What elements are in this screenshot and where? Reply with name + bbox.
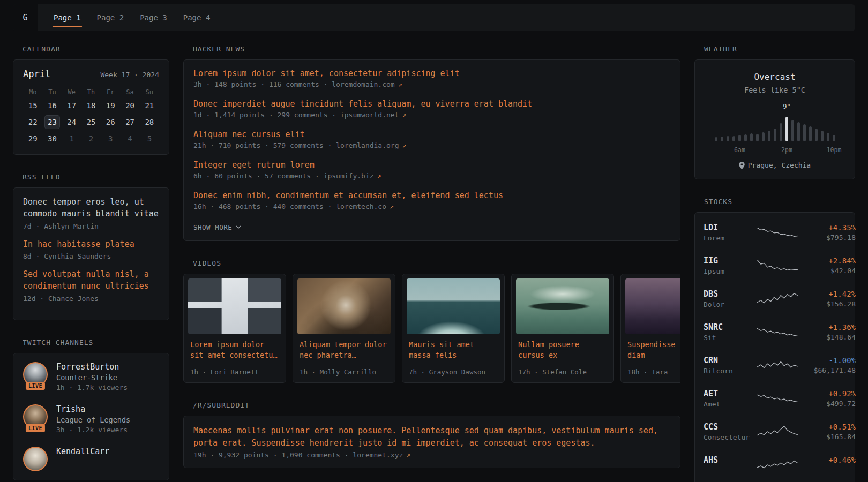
hackernews-item-title[interactable]: Aliquam nec cursus elit [193,130,670,139]
stock-name: Amet [704,400,756,408]
calendar-day: 17 [64,99,79,112]
video-card[interactable]: Lorem ipsum dolor sit amet consectetu… 1… [183,274,286,383]
hackernews-item-meta: 1d · 1,414 points · 299 comments · ipsum… [193,111,670,119]
video-card[interactable]: Mauris sit amet massa felis 7h · Grayson… [402,274,505,383]
hackernews-item-title[interactable]: Donec enim nibh, condimentum et accumsan… [193,191,670,200]
external-link-icon[interactable]: ↗ [406,451,410,459]
video-thumbnail[interactable] [407,278,500,334]
twitch-channel-row[interactable]: LIVE KendallCarr [23,447,159,471]
stock-sparkline [756,391,799,406]
weather-current-temp: 9° [783,103,790,110]
calendar-days-grid: 15 16 17 18 19 20 21 [23,99,159,146]
twitch-channel-row[interactable]: LIVE ForrestBurton Counter-Strike 1h · 1… [23,362,159,391]
hackernews-item-title[interactable]: Donec imperdiet augue tincidunt felis al… [193,99,670,109]
video-meta: 18h · Tara [625,368,680,378]
weather-time-label: 10pm [827,146,842,154]
twitch-channel-game: League of Legends [56,416,130,424]
stock-row[interactable]: DBS Dolor +1.42% $156.28 [704,282,846,315]
video-title[interactable]: Suspendisse porta diam [625,340,680,360]
twitch-channel-row[interactable]: LIVE Trisha League of Legends 3h · 1.2k … [23,404,159,434]
hackernews-item-title[interactable]: Integer eget rutrum lorem [193,160,670,170]
external-link-icon[interactable]: ↗ [377,172,381,180]
stock-sparkline [756,325,799,340]
stock-row[interactable]: AET Amet +0.92% $499.72 [704,382,846,415]
weather-bar [785,117,788,141]
weather-bar [827,133,829,141]
twitch-channel-name[interactable]: ForrestBurton [56,362,128,372]
rss-widget: Donec tempor eros leo, ut commodo mauris… [13,187,169,320]
calendar-day: 1 [64,132,79,146]
video-title[interactable]: Mauris sit amet massa felis [407,340,500,360]
video-title[interactable]: Nullam posuere cursus ex [516,340,609,360]
video-thumbnail[interactable] [297,278,391,334]
hackernews-list: Lorem ipsum dolor sit amet, consectetur … [193,69,670,210]
video-meta: 1h · Lori Barnett [188,368,281,378]
calendar-day-header: Sa [120,86,139,99]
rss-item-meta-text: 12d · Chance Jones [23,295,99,303]
weather-bar [791,120,794,141]
stock-name: Consectetur [704,433,756,441]
hackernews-item-meta: 3h · 148 points · 116 comments · loremdo… [193,80,670,88]
stock-change: +0.46% [799,456,856,464]
hackernews-item: Donec imperdiet augue tincidunt felis al… [193,99,670,119]
rss-item-title[interactable]: Donec tempor eros leo, ut commodo mauris… [23,197,159,220]
weather-bar [768,131,770,141]
twitch-avatar-wrap: LIVE [23,404,48,429]
video-thumbnail[interactable] [625,278,680,334]
stock-row[interactable]: LDI Lorem +4.35% $795.18 [704,216,846,249]
page-tab[interactable]: Page 2 [96,4,125,31]
twitch-channel-name[interactable]: Trisha [56,404,130,414]
weather-time-label: 2pm [781,146,792,154]
rss-item-title[interactable]: In hac habitasse platea [23,239,159,251]
hackernews-item-title[interactable]: Lorem ipsum dolor sit amet, consectetur … [193,69,670,78]
twitch-channel-game: Counter-Strike [56,373,128,382]
stock-values: -1.00% $66,171.48 [799,356,856,374]
rss-item-meta-text: 7d · Ashlyn Martin [23,222,99,230]
stock-ticker: CRN [704,356,756,365]
weather-bar [721,137,723,141]
app-logo[interactable]: G [13,4,38,31]
video-card[interactable]: Aliquam tempor dolor nec pharetra… 1h · … [293,274,395,383]
page-tab[interactable]: Page 4 [182,4,212,31]
calendar-day-header: Tu [42,86,62,99]
stock-change: -1.00% [799,356,856,365]
live-badge: LIVE [26,382,45,390]
page-tab[interactable]: Page 1 [53,4,82,31]
rss-item-title[interactable]: Sed volutpat nulla nisl, a condimentum n… [23,269,159,292]
stock-row[interactable]: CCS Consectetur +0.51% $165.84 [704,415,846,448]
video-title[interactable]: Aliquam tempor dolor nec pharetra… [297,340,391,360]
external-link-icon[interactable]: ↗ [402,141,407,149]
stock-row[interactable]: IIG Ipsum +2.84% $42.04 [704,249,846,282]
videos-section: Videos Lorem ipsum dolor sit amet consec… [183,259,680,383]
twitch-avatar-wrap: LIVE [23,447,48,471]
hackernews-item-meta: 21h · 710 points · 579 comments · loreml… [193,141,670,149]
stock-row[interactable]: CRN Bitcorn -1.00% $66,171.48 [704,349,846,382]
twitch-channel-name[interactable]: KendallCarr [56,447,109,456]
stock-identity: DBS Dolor [704,289,756,308]
stock-row[interactable]: SNRC Sit +1.36% $148.64 [704,315,846,349]
stock-name: Dolor [704,300,756,308]
avatar[interactable] [23,447,48,471]
external-link-icon[interactable]: ↗ [398,80,402,88]
stock-values: +4.35% $795.18 [799,223,856,242]
external-link-icon[interactable]: ↗ [390,202,394,210]
page-tab[interactable]: Page 3 [139,4,168,31]
video-card[interactable]: Nullam posuere cursus ex 17h · Stefan Co… [511,274,614,383]
stock-sparkline [756,291,799,306]
video-thumbnail[interactable] [516,278,609,334]
stock-name: Lorem [704,234,756,242]
reddit-item-title[interactable]: Maecenas mollis pulvinar erat non posuer… [193,425,670,449]
video-title[interactable]: Lorem ipsum dolor sit amet consectetu… [188,340,281,360]
section-title-twitch: Twitch Channels [23,338,169,347]
rss-item-meta: 12d · Chance Jones [23,295,159,303]
left-column: Calendar April Week 17 · 2024 Mo Tu We [13,45,169,482]
external-link-icon[interactable]: ↗ [402,111,407,119]
video-card[interactable]: Suspendisse porta diam 18h · Tara [620,274,680,383]
stocks-section: Stocks LDI Lorem + [694,198,855,482]
video-thumbnail[interactable] [188,278,281,334]
hackernews-item: Aliquam nec cursus elit 21h · 710 points… [193,130,670,149]
hackernews-show-more-button[interactable]: Show More [193,223,241,231]
calendar-day: 21 [142,99,157,112]
weather-bar [803,124,806,141]
stock-row[interactable]: AHS +0.46% [704,448,846,481]
